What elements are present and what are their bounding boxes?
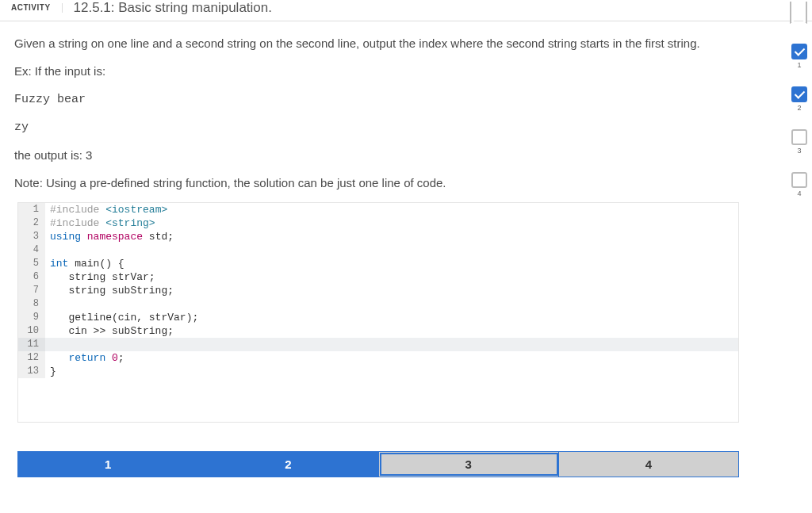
code-line[interactable]: 8: [18, 297, 738, 311]
check-icon[interactable]: [791, 86, 807, 102]
code-text[interactable]: #include <string>: [45, 216, 738, 230]
line-number: 4: [18, 243, 45, 257]
line-number: 5: [18, 257, 45, 270]
code-text[interactable]: return 0;: [45, 351, 738, 365]
line-number: 1: [18, 203, 45, 216]
tab-step-3[interactable]: 3: [379, 452, 559, 477]
code-line[interactable]: 2#include <string>: [18, 216, 738, 230]
code-line[interactable]: 9 getline(cin, strVar);: [18, 311, 738, 324]
tab-step-4[interactable]: 4: [559, 452, 738, 477]
code-text[interactable]: [45, 338, 738, 351]
example-input-line1: Fuzzy bear: [14, 90, 747, 109]
line-number: 6: [18, 270, 45, 284]
example-input-line2: zy: [14, 118, 747, 136]
checkbox-icon[interactable]: [791, 172, 807, 188]
line-number: 12: [18, 351, 45, 365]
progress-item[interactable]: 4: [791, 172, 807, 197]
code-text[interactable]: [45, 297, 738, 311]
code-line[interactable]: 3using namespace std;: [18, 230, 738, 243]
code-text[interactable]: [45, 243, 738, 257]
code-editor[interactable]: 1#include <iostream>2#include <string>3u…: [17, 202, 739, 423]
progress-number: 3: [791, 147, 807, 155]
prompt-note: Note: Using a pre-defined string functio…: [14, 174, 747, 192]
code-line[interactable]: 1#include <iostream>: [18, 203, 738, 216]
code-line[interactable]: 12 return 0;: [18, 351, 738, 365]
example-output: the output is: 3: [14, 146, 747, 164]
code-text[interactable]: int main() {: [45, 257, 738, 270]
output-value: 3: [86, 148, 92, 162]
code-line[interactable]: 5int main() {: [18, 257, 738, 270]
code-text[interactable]: using namespace std;: [45, 230, 738, 243]
activity-title: 12.5.1: Basic string manipulation.: [63, 0, 272, 16]
check-icon[interactable]: [791, 44, 807, 59]
code-line[interactable]: 13}: [18, 365, 738, 378]
progress-number: 4: [791, 190, 807, 197]
code-text[interactable]: #include <iostream>: [45, 203, 738, 216]
step-tabs: 1234: [17, 451, 739, 477]
tab-step-2[interactable]: 2: [198, 452, 378, 477]
code-text[interactable]: string subString;: [45, 284, 738, 297]
line-number: 3: [18, 230, 45, 243]
code-line[interactable]: 6 string strVar;: [18, 270, 738, 284]
line-number: 7: [18, 284, 45, 297]
line-number: 9: [18, 311, 45, 324]
code-text[interactable]: getline(cin, strVar);: [45, 311, 738, 324]
problem-content: Given a string on one line and a second …: [0, 21, 761, 193]
activity-label: ACTIVITY: [0, 3, 63, 13]
checkbox-icon[interactable]: [791, 129, 807, 145]
line-number: 2: [18, 216, 45, 230]
code-line[interactable]: 4: [18, 243, 738, 257]
progress-item[interactable]: 1: [791, 44, 807, 69]
tab-step-1[interactable]: 1: [18, 452, 198, 477]
progress-sidebar: 1234: [791, 44, 807, 197]
example-label: Ex: If the input is:: [14, 62, 747, 80]
line-number: 11: [18, 338, 45, 351]
code-line[interactable]: 10 cin >> subString;: [18, 324, 738, 338]
progress-number: 2: [791, 104, 807, 112]
activity-header: ACTIVITY 12.5.1: Basic string manipulati…: [0, 0, 812, 21]
progress-item[interactable]: 3: [791, 129, 807, 155]
line-number: 8: [18, 297, 45, 311]
progress-item[interactable]: 2: [791, 86, 807, 112]
output-label: the output is:: [14, 148, 86, 162]
code-text[interactable]: string strVar;: [45, 270, 738, 284]
line-number: 10: [18, 324, 45, 338]
line-number: 13: [18, 365, 45, 378]
code-line[interactable]: 11: [18, 338, 738, 351]
progress-number: 1: [791, 61, 807, 69]
prompt-intro: Given a string on one line and a second …: [14, 34, 747, 52]
code-line[interactable]: 7 string subString;: [18, 284, 738, 297]
code-text[interactable]: cin >> subString;: [45, 324, 738, 338]
code-text[interactable]: }: [45, 365, 738, 378]
